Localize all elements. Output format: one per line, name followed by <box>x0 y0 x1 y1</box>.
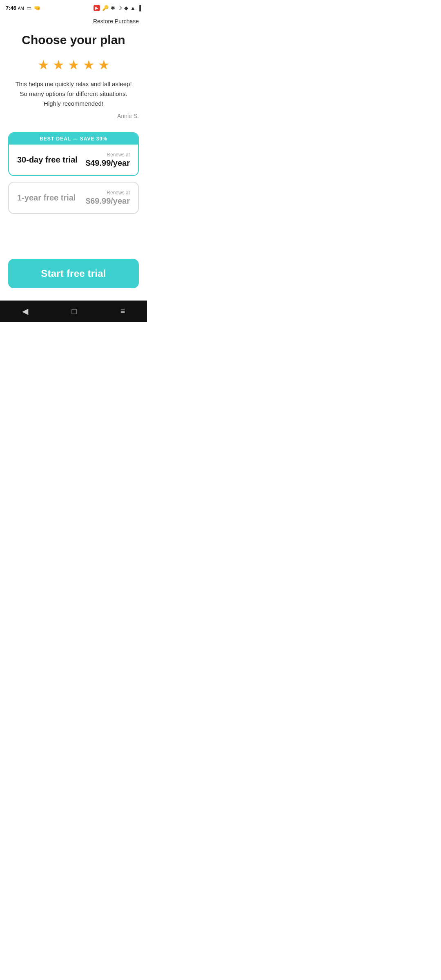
stars-container: ★ ★ ★ ★ ★ <box>38 57 110 73</box>
status-right: ▶ 🔑 ✱ ☽ ◆ ▲ ▐ <box>94 5 141 11</box>
bluetooth-icon: ✱ <box>111 5 115 11</box>
plan-trial-label-30day: 30-day free trial <box>17 155 78 165</box>
star-4: ★ <box>83 57 95 73</box>
restore-purchase-button[interactable]: Restore Purchase <box>93 18 139 24</box>
star-3: ★ <box>68 57 80 73</box>
key-icon: 🔑 <box>102 5 109 11</box>
plan-card-1year[interactable]: 1-year free trial Renews at $69.99/year <box>8 182 139 214</box>
start-free-trial-button[interactable]: Start free trial <box>8 259 139 288</box>
reviewer-name: Annie S. <box>8 113 139 119</box>
cta-section: Start free trial <box>8 259 139 296</box>
main-content: Restore Purchase Choose your plan ★ ★ ★ … <box>0 14 147 296</box>
status-bar: 7:46 AM ▭ 🤜 ▶ 🔑 ✱ ☽ ◆ ▲ ▐ <box>0 0 147 14</box>
moon-icon: ☽ <box>117 5 122 11</box>
star-5: ★ <box>98 57 110 73</box>
home-icon[interactable]: □ <box>72 307 77 316</box>
plan-body-1year: 1-year free trial Renews at $69.99/year <box>9 183 138 213</box>
plan-body-30day: 30-day free trial Renews at $49.99/year <box>9 145 138 175</box>
battery-icon: ▐ <box>138 5 141 11</box>
plan-pricing-30day: Renews at $49.99/year <box>86 152 130 168</box>
gesture-icon: 🤜 <box>34 5 40 11</box>
page-title: Choose your plan <box>22 33 125 47</box>
restore-row: Restore Purchase <box>8 14 139 33</box>
plan-trial-label-1year: 1-year free trial <box>17 193 76 203</box>
nav-bar: ◀ □ ≡ <box>0 301 147 322</box>
plan-badge-30day: BEST DEAL — SAVE 30% <box>9 133 138 145</box>
menu-icon[interactable]: ≡ <box>120 307 125 316</box>
star-2: ★ <box>53 57 65 73</box>
plan-renews-at-1year: Renews at <box>86 190 130 196</box>
time-value: 7:46 <box>6 5 16 11</box>
star-1: ★ <box>38 57 49 73</box>
record-icon: ▶ <box>94 5 100 11</box>
plan-cards-container: BEST DEAL — SAVE 30% 30-day free trial R… <box>8 132 139 214</box>
plan-price-1year: $69.99/year <box>86 196 130 206</box>
status-left: 7:46 AM ▭ 🤜 <box>6 5 40 11</box>
review-text: This helps me quickly relax and fall asl… <box>12 79 135 109</box>
wifi-icon: ▲ <box>130 5 136 11</box>
plan-price-30day: $49.99/year <box>86 158 130 168</box>
plan-pricing-1year: Renews at $69.99/year <box>86 190 130 206</box>
back-icon[interactable]: ◀ <box>22 306 28 316</box>
status-time: 7:46 AM <box>6 5 24 11</box>
camera-icon: ▭ <box>27 5 31 11</box>
ampm-value: AM <box>18 6 24 11</box>
plan-renews-at-30day: Renews at <box>86 152 130 158</box>
plan-card-30day[interactable]: BEST DEAL — SAVE 30% 30-day free trial R… <box>8 132 139 176</box>
location-icon: ◆ <box>124 5 128 11</box>
